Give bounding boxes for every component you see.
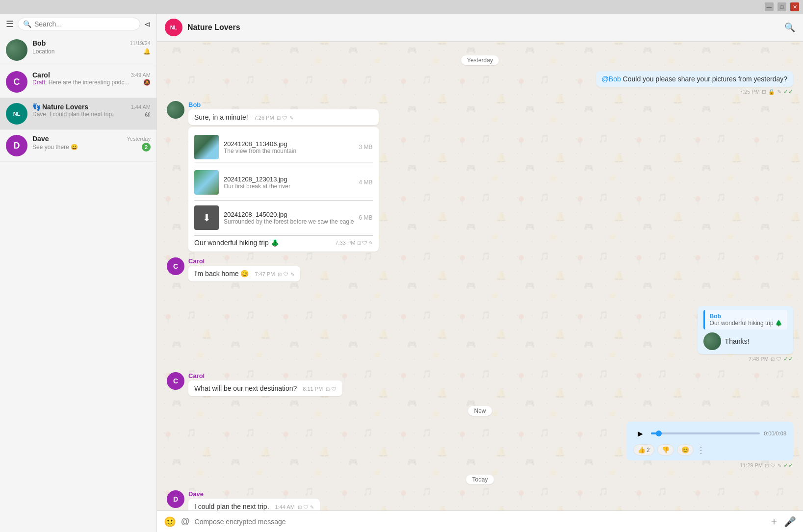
more-reactions-icon[interactable]: ⋮	[697, 445, 705, 456]
tick-icon: ✓✓	[783, 355, 793, 362]
mic-button[interactable]: 🎤	[784, 516, 796, 528]
file-name: 20241208_123013.jpg	[224, 176, 354, 183]
muted-icon: 🔔	[143, 48, 151, 55]
avatar: NL	[6, 103, 27, 125]
minimize-button[interactable]: —	[765, 2, 774, 11]
msg-avatar-carol-2: C	[167, 372, 184, 390]
sidebar: ☰ 🔍 ⊲ Bob 11/19/24 Location 🔔	[0, 14, 157, 532]
message-row-carol-2: C Carol What will be our next destinatio…	[167, 372, 793, 396]
chat-time: 1:44 AM	[131, 104, 151, 110]
sidebar-item-nature-lovers[interactable]: NL 👣Nature Lovers 1:44 AM Dave: I could …	[0, 98, 156, 130]
file-name: 20241208_113406.jpg	[224, 140, 354, 148]
date-separator-yesterday: Yesterday	[167, 55, 793, 65]
reply-avatar-bob	[703, 332, 721, 350]
chat-info: Carol 3:49 AM Draft: Here are the intere…	[32, 71, 151, 86]
chat-time: Yesterday	[127, 136, 151, 142]
chat-name: Carol	[32, 71, 50, 79]
close-button[interactable]: ✕	[790, 2, 799, 11]
chat-main: 📍 🎵 🔔 🎮 ⭐ NL Nature Lovers 🔍	[157, 14, 803, 532]
sidebar-item-carol[interactable]: C Carol 3:49 AM Draft: Here are the inte…	[0, 66, 156, 98]
save-icon: ⊡	[357, 240, 361, 246]
date-badge: Yesterday	[461, 55, 499, 65]
message-bubble-bob: Bob Sure, in a minute! 7:26 PM ⊡ 🛡 ✎	[188, 101, 379, 252]
search-icon: 🔍	[23, 20, 31, 28]
file-attachment-1[interactable]: 20241208_113406.jpg The view from the mo…	[194, 132, 373, 163]
compose-bar: 🙂 @ ＋ 🎤	[157, 510, 803, 532]
message-row-own-voice: ▶ 0:00/0:08 👍2 👎	[167, 422, 793, 469]
chat-info: Bob 11/19/24 Location 🔔	[32, 39, 151, 55]
mention-button[interactable]: @	[181, 516, 190, 527]
message-row-dave-1: D Dave I could plan the next trip. 1:44 …	[167, 490, 793, 510]
file-thumb-river	[194, 170, 219, 195]
lock-icon: 🛡	[283, 115, 287, 121]
chat-preview: Draft: Here are the interesting podc...	[32, 79, 129, 86]
at-icon: @	[145, 111, 151, 118]
group-avatar: NL	[165, 19, 182, 36]
file-size: 6 MB	[359, 214, 373, 221]
file-attachment-3[interactable]: ⬇ 20241208_145020.jpg Surrounded by the …	[194, 203, 373, 233]
sidebar-item-dave[interactable]: D Dave Yesterday See you there 😀 2	[0, 130, 156, 162]
reaction-thumbsdown[interactable]: 👎	[657, 444, 674, 456]
file-thumb-mountain	[194, 135, 219, 159]
msg-avatar-dave: D	[167, 490, 184, 508]
bubble-footer: 7:25 PM ⊡ 🔒 ✎ ✓✓	[740, 88, 793, 95]
tick-icon: ✓✓	[783, 462, 793, 469]
search-input[interactable]	[34, 20, 135, 28]
reaction-thumbsup[interactable]: 👍2	[633, 444, 654, 456]
maximize-button[interactable]: □	[777, 2, 786, 11]
message-bubble-carol: Carol I'm back home 😊 7:47 PM ⊡ 🛡 ✎	[188, 257, 300, 281]
message-bubble-carol-2: Carol What will be our next destination?…	[188, 372, 342, 396]
add-button[interactable]: ＋	[769, 515, 779, 528]
file-name: 20241208_145020.jpg	[224, 211, 354, 218]
chat-time: 11/19/24	[130, 40, 151, 46]
save-icon: ⊡	[277, 115, 281, 121]
save-icon: ⊡	[762, 89, 766, 95]
sidebar-item-bob[interactable]: Bob 11/19/24 Location 🔔	[0, 34, 156, 66]
reaction-smile[interactable]: 😊	[677, 444, 694, 456]
file-desc: Our first break at the river	[224, 183, 354, 190]
reply-card: Bob Our wonderful hiking trip 🌲	[703, 310, 787, 329]
lock-icon: 🛡	[332, 386, 337, 392]
message-bubble-dave: Dave I could plan the next trip. 1:44 AM…	[188, 490, 320, 510]
chat-name: 👣Nature Lovers	[32, 103, 88, 111]
edit-icon: ✎	[290, 272, 294, 277]
file-thumb-placeholder: ⬇	[194, 205, 219, 230]
own-bubble-2: Bob Our wonderful hiking trip 🌲 Thanks! …	[698, 306, 793, 362]
own-voice-bubble: ▶ 0:00/0:08 👍2 👎	[626, 422, 793, 469]
edit-icon: ✎	[310, 505, 314, 510]
file-size: 4 MB	[359, 179, 373, 186]
messages-area: Yesterday @Bob Could you please share yo…	[157, 42, 803, 510]
save-icon: ⊡	[765, 463, 769, 468]
save-icon: ⊡	[771, 356, 775, 362]
edit-icon: ✎	[777, 89, 781, 95]
chat-name: Dave	[32, 135, 49, 143]
search-header-icon[interactable]: 🔍	[784, 22, 795, 33]
chat-time: 3:49 AM	[131, 72, 151, 78]
emoji-button[interactable]: 🙂	[164, 516, 176, 528]
filter-icon[interactable]: ⊲	[144, 20, 151, 29]
file-desc: The view from the mountain	[224, 148, 354, 154]
play-button[interactable]: ▶	[633, 427, 647, 440]
lock-icon: 🔒	[768, 89, 775, 95]
msg-avatar-bob	[167, 101, 184, 119]
tick-icon: ✓✓	[783, 88, 793, 95]
message-row-own-2: Bob Our wonderful hiking trip 🌲 Thanks! …	[167, 306, 793, 362]
chat-title: Nature Lovers	[187, 23, 240, 32]
carol-text-2: What will be our next destination?	[194, 384, 297, 392]
voice-footer: 11:29 PM ⊡ 🛡 ✎ ✓✓	[740, 462, 793, 469]
hamburger-icon[interactable]: ☰	[6, 19, 14, 29]
dave-text: I could plan the next trip.	[194, 503, 269, 510]
file-size: 3 MB	[359, 144, 373, 151]
lock-icon: 🛡	[363, 240, 367, 246]
compose-input[interactable]	[195, 518, 764, 526]
save-icon: ⊡	[278, 272, 282, 277]
date-separator-today: Today	[167, 475, 793, 484]
voice-duration: 0:00/0:08	[764, 431, 786, 436]
file-attachment-2[interactable]: 20241208_123013.jpg Our first break at t…	[194, 167, 373, 198]
unread-badge: 2	[142, 143, 151, 152]
lock-icon: 🛡	[304, 505, 309, 510]
date-separator-new: New	[167, 406, 793, 416]
muted-icon: 🔕	[143, 79, 151, 86]
chat-info: Dave Yesterday See you there 😀 2	[32, 135, 151, 152]
carol-text-1: I'm back home 😊	[194, 270, 249, 278]
